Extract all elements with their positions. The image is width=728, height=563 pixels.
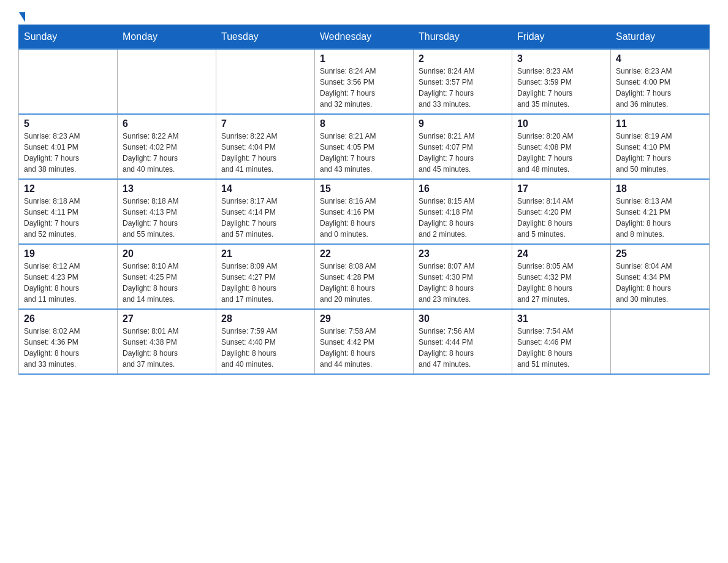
day-number: 6	[123, 118, 211, 129]
calendar-cell: 20Sunrise: 8:10 AM Sunset: 4:25 PM Dayli…	[118, 244, 216, 309]
calendar-cell: 2Sunrise: 8:24 AM Sunset: 3:57 PM Daylig…	[414, 49, 512, 114]
logo	[18, 12, 25, 18]
calendar-week-row: 19Sunrise: 8:12 AM Sunset: 4:23 PM Dayli…	[19, 244, 710, 309]
calendar-cell: 29Sunrise: 7:58 AM Sunset: 4:42 PM Dayli…	[315, 309, 414, 374]
day-info: Sunrise: 8:24 AM Sunset: 3:56 PM Dayligh…	[320, 66, 408, 110]
calendar-cell: 19Sunrise: 8:12 AM Sunset: 4:23 PM Dayli…	[19, 244, 118, 309]
calendar-cell: 13Sunrise: 8:18 AM Sunset: 4:13 PM Dayli…	[118, 179, 216, 244]
day-number: 20	[123, 248, 211, 259]
day-number: 29	[320, 313, 408, 324]
day-info: Sunrise: 8:24 AM Sunset: 3:57 PM Dayligh…	[419, 66, 507, 110]
weekday-header-thursday: Thursday	[414, 25, 512, 50]
calendar-week-row: 26Sunrise: 8:02 AM Sunset: 4:36 PM Dayli…	[19, 309, 710, 374]
calendar-cell	[216, 49, 315, 114]
day-info: Sunrise: 8:23 AM Sunset: 4:00 PM Dayligh…	[616, 66, 704, 110]
calendar-week-row: 12Sunrise: 8:18 AM Sunset: 4:11 PM Dayli…	[19, 179, 710, 244]
day-info: Sunrise: 7:54 AM Sunset: 4:46 PM Dayligh…	[517, 326, 605, 370]
day-number: 27	[123, 313, 211, 324]
calendar-cell: 10Sunrise: 8:20 AM Sunset: 4:08 PM Dayli…	[512, 114, 611, 179]
calendar-header-row: SundayMondayTuesdayWednesdayThursdayFrid…	[19, 25, 710, 50]
day-info: Sunrise: 8:10 AM Sunset: 4:25 PM Dayligh…	[123, 261, 211, 305]
day-number: 23	[419, 248, 507, 259]
day-number: 21	[221, 248, 309, 259]
day-number: 14	[221, 183, 309, 194]
calendar-cell: 1Sunrise: 8:24 AM Sunset: 3:56 PM Daylig…	[315, 49, 414, 114]
day-number: 17	[517, 183, 605, 194]
day-number: 24	[517, 248, 605, 259]
calendar-table: SundayMondayTuesdayWednesdayThursdayFrid…	[18, 25, 710, 375]
day-number: 2	[419, 53, 507, 64]
day-number: 16	[419, 183, 507, 194]
day-info: Sunrise: 8:02 AM Sunset: 4:36 PM Dayligh…	[24, 326, 112, 370]
weekday-header-friday: Friday	[512, 25, 611, 50]
calendar-cell: 5Sunrise: 8:23 AM Sunset: 4:01 PM Daylig…	[19, 114, 118, 179]
calendar-cell: 21Sunrise: 8:09 AM Sunset: 4:27 PM Dayli…	[216, 244, 315, 309]
day-info: Sunrise: 8:23 AM Sunset: 4:01 PM Dayligh…	[24, 131, 112, 175]
calendar-cell: 16Sunrise: 8:15 AM Sunset: 4:18 PM Dayli…	[414, 179, 512, 244]
calendar-cell: 24Sunrise: 8:05 AM Sunset: 4:32 PM Dayli…	[512, 244, 611, 309]
day-info: Sunrise: 8:15 AM Sunset: 4:18 PM Dayligh…	[419, 196, 507, 240]
day-info: Sunrise: 8:14 AM Sunset: 4:20 PM Dayligh…	[517, 196, 605, 240]
calendar-cell: 8Sunrise: 8:21 AM Sunset: 4:05 PM Daylig…	[315, 114, 414, 179]
calendar-cell: 6Sunrise: 8:22 AM Sunset: 4:02 PM Daylig…	[118, 114, 216, 179]
day-number: 18	[616, 183, 704, 194]
day-info: Sunrise: 8:18 AM Sunset: 4:13 PM Dayligh…	[123, 196, 211, 240]
day-number: 12	[24, 183, 112, 194]
calendar-cell: 31Sunrise: 7:54 AM Sunset: 4:46 PM Dayli…	[512, 309, 611, 374]
weekday-header-saturday: Saturday	[611, 25, 710, 50]
weekday-header-sunday: Sunday	[19, 25, 118, 50]
day-info: Sunrise: 7:59 AM Sunset: 4:40 PM Dayligh…	[221, 326, 309, 370]
day-info: Sunrise: 8:20 AM Sunset: 4:08 PM Dayligh…	[517, 131, 605, 175]
day-number: 9	[419, 118, 507, 129]
calendar-cell: 18Sunrise: 8:13 AM Sunset: 4:21 PM Dayli…	[611, 179, 710, 244]
day-info: Sunrise: 8:16 AM Sunset: 4:16 PM Dayligh…	[320, 196, 408, 240]
day-info: Sunrise: 8:09 AM Sunset: 4:27 PM Dayligh…	[221, 261, 309, 305]
day-info: Sunrise: 8:23 AM Sunset: 3:59 PM Dayligh…	[517, 66, 605, 110]
calendar-cell	[118, 49, 216, 114]
day-info: Sunrise: 8:21 AM Sunset: 4:07 PM Dayligh…	[419, 131, 507, 175]
page-header	[18, 12, 710, 18]
day-number: 25	[616, 248, 704, 259]
day-info: Sunrise: 8:12 AM Sunset: 4:23 PM Dayligh…	[24, 261, 112, 305]
day-number: 13	[123, 183, 211, 194]
calendar-cell: 26Sunrise: 8:02 AM Sunset: 4:36 PM Dayli…	[19, 309, 118, 374]
day-info: Sunrise: 7:56 AM Sunset: 4:44 PM Dayligh…	[419, 326, 507, 370]
calendar-cell: 9Sunrise: 8:21 AM Sunset: 4:07 PM Daylig…	[414, 114, 512, 179]
calendar-week-row: 5Sunrise: 8:23 AM Sunset: 4:01 PM Daylig…	[19, 114, 710, 179]
day-info: Sunrise: 8:17 AM Sunset: 4:14 PM Dayligh…	[221, 196, 309, 240]
calendar-cell	[19, 49, 118, 114]
day-number: 11	[616, 118, 704, 129]
weekday-header-wednesday: Wednesday	[315, 25, 414, 50]
calendar-cell: 14Sunrise: 8:17 AM Sunset: 4:14 PM Dayli…	[216, 179, 315, 244]
logo-arrow-icon	[19, 12, 25, 22]
day-info: Sunrise: 7:58 AM Sunset: 4:42 PM Dayligh…	[320, 326, 408, 370]
day-info: Sunrise: 8:22 AM Sunset: 4:02 PM Dayligh…	[123, 131, 211, 175]
day-info: Sunrise: 8:18 AM Sunset: 4:11 PM Dayligh…	[24, 196, 112, 240]
calendar-cell: 25Sunrise: 8:04 AM Sunset: 4:34 PM Dayli…	[611, 244, 710, 309]
calendar-cell: 7Sunrise: 8:22 AM Sunset: 4:04 PM Daylig…	[216, 114, 315, 179]
calendar-cell: 23Sunrise: 8:07 AM Sunset: 4:30 PM Dayli…	[414, 244, 512, 309]
day-info: Sunrise: 8:05 AM Sunset: 4:32 PM Dayligh…	[517, 261, 605, 305]
calendar-week-row: 1Sunrise: 8:24 AM Sunset: 3:56 PM Daylig…	[19, 49, 710, 114]
day-info: Sunrise: 8:01 AM Sunset: 4:38 PM Dayligh…	[123, 326, 211, 370]
day-number: 22	[320, 248, 408, 259]
calendar-cell: 15Sunrise: 8:16 AM Sunset: 4:16 PM Dayli…	[315, 179, 414, 244]
calendar-cell: 11Sunrise: 8:19 AM Sunset: 4:10 PM Dayli…	[611, 114, 710, 179]
calendar-cell	[611, 309, 710, 374]
calendar-cell: 4Sunrise: 8:23 AM Sunset: 4:00 PM Daylig…	[611, 49, 710, 114]
day-number: 28	[221, 313, 309, 324]
calendar-cell: 17Sunrise: 8:14 AM Sunset: 4:20 PM Dayli…	[512, 179, 611, 244]
day-info: Sunrise: 8:21 AM Sunset: 4:05 PM Dayligh…	[320, 131, 408, 175]
weekday-header-tuesday: Tuesday	[216, 25, 315, 50]
calendar-cell: 30Sunrise: 7:56 AM Sunset: 4:44 PM Dayli…	[414, 309, 512, 374]
day-number: 5	[24, 118, 112, 129]
day-info: Sunrise: 8:08 AM Sunset: 4:28 PM Dayligh…	[320, 261, 408, 305]
day-number: 1	[320, 53, 408, 64]
calendar-cell: 28Sunrise: 7:59 AM Sunset: 4:40 PM Dayli…	[216, 309, 315, 374]
calendar-cell: 12Sunrise: 8:18 AM Sunset: 4:11 PM Dayli…	[19, 179, 118, 244]
day-info: Sunrise: 8:04 AM Sunset: 4:34 PM Dayligh…	[616, 261, 704, 305]
day-number: 30	[419, 313, 507, 324]
day-number: 26	[24, 313, 112, 324]
day-number: 31	[517, 313, 605, 324]
day-number: 19	[24, 248, 112, 259]
